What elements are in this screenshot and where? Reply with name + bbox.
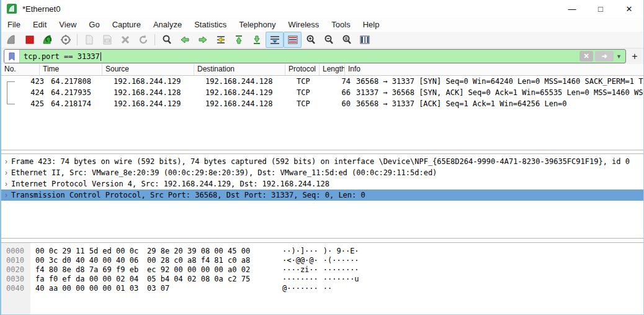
cell-info: 36568 → 31337 [SYN] Seq=0 Win=64240 Len=… xyxy=(353,76,643,87)
window-title: *Ethernet0 xyxy=(22,4,558,14)
hex-line[interactable]: 0000 00 0c 29 11 5d ed 00 0c 29 8e 20 39… xyxy=(1,247,643,256)
col-destination[interactable]: Destination xyxy=(194,64,285,75)
cell-time: 64.217808 xyxy=(48,76,110,87)
toolbar-separator xyxy=(77,34,78,45)
close-file-icon[interactable] xyxy=(116,32,134,48)
menu-bar: File Edit View Go Capture Analyze Statis… xyxy=(1,17,643,32)
display-filter-field[interactable]: tcp.port == 31337 ✕ ➜ ▼ xyxy=(4,49,626,63)
packet-row-424[interactable]: 424 64.217935 192.168.244.128 192.168.24… xyxy=(1,87,643,98)
close-button[interactable]: ✕ xyxy=(615,0,643,17)
capture-options-icon[interactable] xyxy=(56,32,74,48)
filter-apply-icon[interactable]: ➜ xyxy=(595,51,614,62)
expand-chevron-icon[interactable]: › xyxy=(1,178,11,189)
find-packet-icon[interactable] xyxy=(158,32,176,48)
resize-columns-icon[interactable] xyxy=(356,32,373,48)
go-first-icon[interactable] xyxy=(230,32,248,48)
col-time[interactable]: Time xyxy=(40,64,102,75)
go-back-icon[interactable] xyxy=(176,32,194,48)
menu-edit[interactable]: Edit xyxy=(27,17,53,32)
save-file-icon[interactable]: 010 xyxy=(98,32,116,48)
reload-icon[interactable] xyxy=(134,32,152,48)
menu-capture[interactable]: Capture xyxy=(106,17,147,32)
ascii-bytes: ····zi·· xyxy=(282,265,318,275)
colorize-icon[interactable] xyxy=(284,32,302,48)
ascii-bytes: ·······u xyxy=(323,275,359,284)
menu-analyze[interactable]: Analyze xyxy=(147,17,188,32)
expand-chevron-icon[interactable]: › xyxy=(1,167,11,178)
ascii-bytes: @······· xyxy=(282,284,318,293)
main-toolbar: 010 xyxy=(1,32,643,48)
cell-no: 423 xyxy=(9,76,48,87)
col-protocol[interactable]: Protocol xyxy=(285,64,320,75)
packet-bytes-pane: 0000 00 0c 29 11 5d ed 00 0c 29 8e 20 39… xyxy=(1,242,643,314)
filter-bookmark-icon[interactable] xyxy=(4,50,20,63)
menu-file[interactable]: File xyxy=(1,17,27,32)
detail-text: Internet Protocol Version 4, Src: 192.16… xyxy=(11,180,329,188)
ascii-bytes: ········ xyxy=(323,265,359,275)
detail-row-tcp-selected[interactable]: ›Transmission Control Protocol, Src Port… xyxy=(1,189,643,201)
wireshark-window: *Ethernet0 — □ ✕ File Edit View Go Captu… xyxy=(0,0,644,315)
toolbar-separator xyxy=(154,34,155,45)
go-forward-icon[interactable] xyxy=(194,32,212,48)
minimize-button[interactable]: — xyxy=(558,0,586,17)
restart-capture-icon[interactable] xyxy=(38,32,56,48)
hex-line[interactable]: 0020 f4 80 8e d8 7a 69 f9 eb ec 92 00 00… xyxy=(1,265,643,275)
cell-info: 36568 → 31337 [ACK] Seq=1 Ack=1 Win=6425… xyxy=(353,98,643,109)
menu-view[interactable]: View xyxy=(53,17,83,32)
open-file-icon[interactable] xyxy=(80,32,98,48)
filter-dropdown-icon[interactable]: ▼ xyxy=(616,53,622,60)
menu-go[interactable]: Go xyxy=(83,17,105,32)
expand-chevron-icon[interactable]: › xyxy=(1,156,11,167)
cell-destination: 192.168.244.128 xyxy=(202,76,293,87)
menu-tools[interactable]: Tools xyxy=(325,17,356,32)
col-source[interactable]: Source xyxy=(102,64,194,75)
display-filter-input[interactable]: tcp.port == 31337 xyxy=(24,52,579,61)
hex-bytes: 00 0c 29 11 5d ed 00 0c xyxy=(35,247,142,256)
menu-telephony[interactable]: Telephony xyxy=(233,17,282,32)
ascii-bytes: ··)·]··· xyxy=(282,247,318,256)
menu-help[interactable]: Help xyxy=(357,17,386,32)
maximize-button[interactable]: □ xyxy=(586,0,615,17)
auto-scroll-icon[interactable] xyxy=(266,32,284,48)
detail-row-ip[interactable]: ›Internet Protocol Version 4, Src: 192.1… xyxy=(1,178,643,189)
packet-list-header: No. Time Source Destination Protocol Len… xyxy=(1,64,643,76)
filter-bar: tcp.port == 31337 ✕ ➜ ▼ + xyxy=(1,48,643,65)
hex-line[interactable]: 0030 fa f0 ef da 00 00 02 04 05 b4 04 02… xyxy=(1,275,643,284)
go-to-packet-icon[interactable] xyxy=(212,32,230,48)
filter-clear-icon[interactable]: ✕ xyxy=(579,51,593,62)
packet-list-pane: No. Time Source Destination Protocol Len… xyxy=(1,64,643,150)
hex-line[interactable]: 0040 40 aa 00 00 00 00 01 03 03 07 @····… xyxy=(1,284,643,293)
detail-text: Ethernet II, Src: VMware_8e:20:39 (00:0c… xyxy=(11,168,437,177)
cell-no: 425 xyxy=(9,98,48,109)
hex-offset: 0020 xyxy=(1,265,27,275)
zoom-in-icon[interactable] xyxy=(302,32,320,48)
hex-bytes: fa f0 ef da 00 00 02 04 xyxy=(35,275,142,284)
cell-time: 64.218174 xyxy=(48,98,110,109)
menu-wireless[interactable]: Wireless xyxy=(282,17,325,32)
hex-bytes: 40 aa 00 00 00 00 01 03 xyxy=(35,284,142,293)
packet-row-425[interactable]: 425 64.218174 192.168.244.129 192.168.24… xyxy=(1,98,643,109)
cell-protocol: TCP xyxy=(293,98,328,109)
detail-row-frame[interactable]: ›Frame 423: 74 bytes on wire (592 bits),… xyxy=(1,156,643,167)
go-last-icon[interactable] xyxy=(248,32,266,48)
hex-bytes: 29 8e 20 39 08 00 45 00 xyxy=(147,247,254,256)
expand-chevron-icon[interactable]: › xyxy=(1,189,11,201)
zoom-reset-icon[interactable] xyxy=(338,32,356,48)
hex-line[interactable]: 0010 00 3c d0 40 40 00 40 06 00 28 c0 a8… xyxy=(1,256,643,265)
col-info[interactable]: Info xyxy=(345,64,643,75)
detail-row-ethernet[interactable]: ›Ethernet II, Src: VMware_8e:20:39 (00:0… xyxy=(1,167,643,178)
cell-time: 64.217935 xyxy=(48,87,110,98)
col-length[interactable]: Length xyxy=(320,64,345,75)
hex-offset: 0000 xyxy=(1,247,27,256)
menu-statistics[interactable]: Statistics xyxy=(188,17,233,32)
packet-row-423[interactable]: 423 64.217808 192.168.244.129 192.168.24… xyxy=(1,76,643,87)
detail-text: Transmission Control Protocol, Src Port:… xyxy=(11,191,365,199)
cell-source: 192.168.244.129 xyxy=(110,76,202,87)
hex-offset: 0010 xyxy=(1,256,27,265)
stop-capture-icon[interactable] xyxy=(20,32,38,48)
start-capture-icon[interactable] xyxy=(2,32,20,48)
filter-add-button[interactable]: + xyxy=(628,51,641,62)
col-no[interactable]: No. xyxy=(1,64,40,75)
cell-destination: 192.168.244.128 xyxy=(202,98,293,109)
zoom-out-icon[interactable] xyxy=(320,32,338,48)
